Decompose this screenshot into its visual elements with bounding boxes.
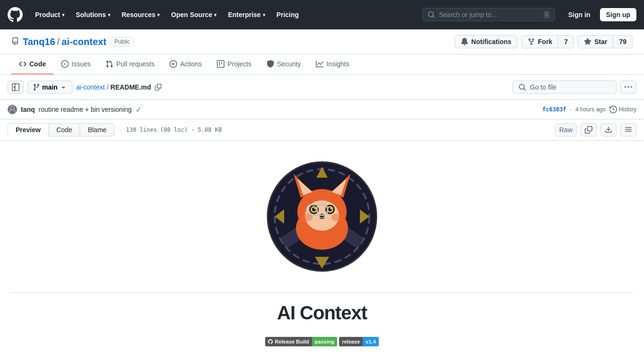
actions-icon <box>170 60 177 68</box>
breadcrumb-left: main ai-context / README.md <box>8 81 163 94</box>
commit-bar: tanq routine readme + bin versioning ✓ f… <box>0 100 644 119</box>
visibility-badge: Public <box>110 37 134 46</box>
nav-item-resources[interactable]: Resources ▾ <box>117 7 165 22</box>
insights-icon <box>316 60 323 68</box>
commit-sha[interactable]: fc6303f <box>542 106 566 113</box>
tab-actions[interactable]: Actions <box>162 54 209 74</box>
repo-name-link[interactable]: ai-context <box>62 36 106 47</box>
lines-icon <box>625 126 632 134</box>
signin-button[interactable]: Sign in <box>563 9 596 21</box>
breadcrumb-right: Go to file <box>512 81 636 94</box>
download-icon <box>605 126 612 134</box>
commit-time: 4 hours ago <box>575 106 605 113</box>
repo-tabs: Code Issues Pull requests Actions <box>0 54 644 75</box>
tab-issues[interactable]: Issues <box>54 54 98 74</box>
badges-container: Release Build passing release v1.4 <box>265 337 378 346</box>
chevron-down-icon: ▾ <box>108 12 110 18</box>
copy-raw-button[interactable] <box>581 123 597 136</box>
badge2-label: release <box>339 337 363 346</box>
repo-icon <box>11 37 19 46</box>
tab-code[interactable]: Code <box>11 54 54 74</box>
view-tabs: Preview Code Blame <box>8 123 115 136</box>
badge-value: passing <box>312 337 338 346</box>
search-input[interactable] <box>439 11 540 18</box>
tab-security[interactable]: Security <box>259 54 309 74</box>
chevron-down-icon: ▾ <box>157 12 160 18</box>
sidebar-icon <box>12 83 19 91</box>
raw-button[interactable]: Raw <box>555 123 577 136</box>
copy-path-button[interactable] <box>153 82 163 92</box>
history-button[interactable]: History <box>609 106 636 113</box>
commit-separator: · <box>570 106 572 113</box>
nav-item-opensource[interactable]: Open Source ▾ <box>166 7 221 22</box>
repo-owner-link[interactable]: Tanq16 <box>23 36 55 47</box>
tab-insights[interactable]: Insights <box>308 54 357 74</box>
file-content: AI Context Release Build passing release… <box>0 141 644 362</box>
chevron-down-icon: ▾ <box>263 12 265 18</box>
repo-actions: Notifications Fork 7 Star 79 <box>455 35 633 48</box>
build-badge[interactable]: Release Build passing <box>265 337 337 346</box>
star-button[interactable]: Star <box>578 35 613 48</box>
current-file: README.md <box>110 83 151 91</box>
lines-button[interactable] <box>620 123 636 136</box>
issues-icon <box>61 60 69 68</box>
svg-point-20 <box>331 208 332 209</box>
go-to-file-input[interactable]: Go to file <box>512 81 617 94</box>
nav-item-enterprise[interactable]: Enterprise ▾ <box>223 7 269 22</box>
sidebar-toggle-button[interactable] <box>8 81 24 94</box>
badge2-value: v1.4 <box>363 337 378 346</box>
preview-tab[interactable]: Preview <box>8 123 49 136</box>
fork-icon <box>528 38 535 45</box>
chevron-down-icon: ▾ <box>214 12 216 18</box>
notifications-button[interactable]: Notifications <box>455 35 518 48</box>
nav-item-product[interactable]: Product ▾ <box>30 7 69 22</box>
repo-path: Tanq16 / ai-context <box>23 36 107 47</box>
copy-icon <box>155 84 161 90</box>
security-icon <box>267 60 274 68</box>
code-tab[interactable]: Code <box>49 123 80 136</box>
more-icon <box>625 83 632 91</box>
nav-item-solutions[interactable]: Solutions ▾ <box>71 7 115 22</box>
commit-author[interactable]: tanq <box>21 106 35 113</box>
star-group: Star 79 <box>578 35 633 48</box>
repo-title-area: Tanq16 / ai-context Public <box>11 36 134 47</box>
branch-icon <box>33 83 40 91</box>
code-icon <box>19 60 27 68</box>
tab-pullrequests[interactable]: Pull requests <box>98 54 162 74</box>
more-options-button[interactable] <box>620 81 636 94</box>
commit-check-icon: ✓ <box>135 105 142 114</box>
svg-point-24 <box>301 214 313 221</box>
nav-items: Product ▾ Solutions ▾ Resources ▾ Open S… <box>30 7 304 22</box>
nav-auth: Sign in Sign up <box>563 8 636 21</box>
github-icon <box>268 339 273 344</box>
repo-breadcrumb-link[interactable]: ai-context <box>76 83 105 91</box>
file-view-bar: Preview Code Blame 130 lines (98 loc) · … <box>0 119 644 141</box>
download-button[interactable] <box>600 123 617 136</box>
copy-icon <box>585 126 592 134</box>
breadcrumb-bar: main ai-context / README.md Go to file <box>0 75 644 100</box>
avatar <box>8 105 17 114</box>
file-meta: 130 lines (98 loc) · 5.88 KB <box>122 127 225 133</box>
fork-group: Fork 7 <box>521 35 574 48</box>
signup-button[interactable]: Sign up <box>600 8 636 21</box>
nav-item-pricing[interactable]: Pricing <box>272 7 304 22</box>
section-divider <box>11 292 633 293</box>
bell-icon <box>461 38 468 45</box>
fork-count[interactable]: 7 <box>558 35 574 48</box>
chevron-down-icon: ▾ <box>62 12 64 18</box>
release-badge[interactable]: release v1.4 <box>339 337 378 346</box>
history-icon <box>609 106 617 113</box>
commit-right: fc6303f · 4 hours ago History <box>542 106 636 113</box>
badge-label: Release Build <box>265 337 312 346</box>
chevron-down-icon <box>60 83 67 91</box>
github-logo[interactable] <box>8 7 23 22</box>
blame-tab[interactable]: Blame <box>80 123 115 136</box>
search-icon <box>428 11 435 18</box>
search-box[interactable]: / <box>422 8 555 21</box>
tab-projects[interactable]: Projects <box>209 54 259 74</box>
branch-selector[interactable]: main <box>27 81 72 94</box>
fork-button[interactable]: Fork <box>521 35 558 48</box>
star-count[interactable]: 79 <box>613 35 633 48</box>
top-nav: Product ▾ Solutions ▾ Resources ▾ Open S… <box>0 0 644 29</box>
svg-point-19 <box>314 208 316 209</box>
